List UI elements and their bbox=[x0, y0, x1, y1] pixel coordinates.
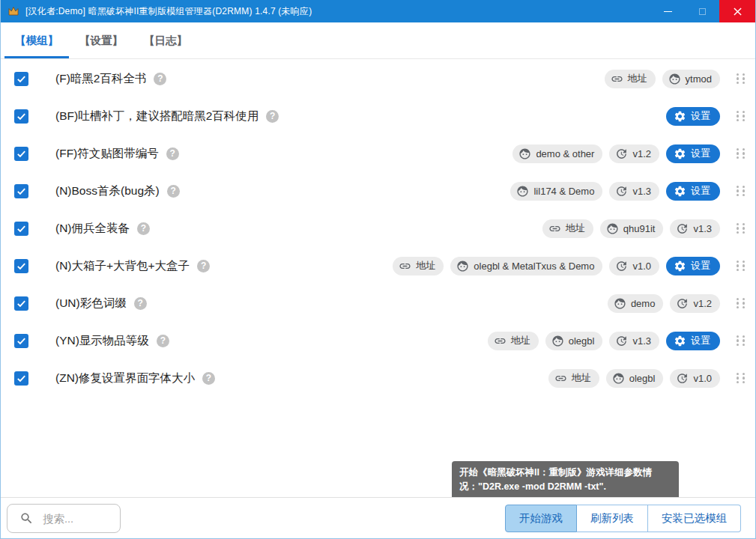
chip-label: olegbl bbox=[629, 373, 656, 384]
install-selected-button[interactable]: 安装已选模组 bbox=[648, 505, 741, 532]
version-chip: v1.2 bbox=[670, 294, 720, 313]
mod-settings-button[interactable]: 设置 bbox=[666, 144, 720, 163]
help-icon[interactable]: ? bbox=[266, 110, 279, 123]
gear-icon bbox=[674, 110, 686, 123]
address-chip[interactable]: 地址 bbox=[393, 257, 444, 275]
mod-checkbox[interactable] bbox=[14, 147, 28, 161]
author-chip: ytmod bbox=[662, 70, 720, 88]
mod-checkbox[interactable] bbox=[14, 222, 28, 236]
chip-label: v1.2 bbox=[632, 148, 651, 159]
tab-settings[interactable]: 【设置】 bbox=[69, 22, 133, 58]
mod-label: (FF)符文贴图带编号 bbox=[55, 146, 159, 162]
mod-row: (BF)吐槽补丁，建议搭配暗黑2百科使用 ? 设置 bbox=[1, 97, 755, 135]
version-icon bbox=[615, 335, 628, 347]
help-icon[interactable]: ? bbox=[134, 297, 147, 310]
link-icon bbox=[548, 222, 561, 235]
gear-icon bbox=[674, 185, 686, 198]
close-button[interactable] bbox=[719, 0, 755, 22]
chip-label: ytmod bbox=[686, 73, 712, 85]
mod-row: (ZN)修复设置界面字体大小 ? 地址olegblv1.0 bbox=[1, 359, 755, 397]
mod-checkbox[interactable] bbox=[14, 109, 28, 124]
mod-checkbox[interactable] bbox=[14, 334, 28, 348]
version-chip: v1.0 bbox=[670, 369, 720, 388]
mod-label: (N)Boss首杀(bug杀) bbox=[55, 183, 160, 199]
drag-handle-icon[interactable] bbox=[734, 186, 748, 197]
drag-handle-icon[interactable] bbox=[734, 261, 748, 272]
mod-checkbox[interactable] bbox=[14, 72, 28, 86]
tab-logs[interactable]: 【日志】 bbox=[133, 22, 198, 58]
mod-row: (N)大箱子+大背包+大盒子 ? 地址olegbl & MetalTxus & … bbox=[1, 247, 755, 284]
start-game-button[interactable]: 开始游戏 bbox=[505, 505, 577, 532]
mod-settings-button[interactable]: 设置 bbox=[666, 257, 720, 275]
help-icon[interactable]: ? bbox=[154, 73, 166, 85]
address-chip[interactable]: 地址 bbox=[605, 70, 656, 88]
version-chip: v1.3 bbox=[609, 182, 659, 201]
chip-label: 地址 bbox=[628, 72, 647, 85]
help-icon[interactable]: ? bbox=[202, 372, 215, 385]
mod-label: (BF)吐槽补丁，建议搭配暗黑2百科使用 bbox=[55, 109, 258, 124]
app-window: [汉化者:Demo] 暗黑破坏神II重制版模组管理器(D2RMM) 1.4.7 … bbox=[0, 0, 756, 539]
mod-settings-button[interactable]: 设置 bbox=[666, 332, 720, 350]
author-icon bbox=[606, 222, 619, 235]
mod-checkbox[interactable] bbox=[14, 371, 28, 386]
drag-handle-icon[interactable] bbox=[734, 148, 748, 159]
mod-checkbox[interactable] bbox=[14, 296, 28, 311]
chip-label: 地址 bbox=[511, 334, 530, 347]
app-icon bbox=[7, 5, 19, 17]
drag-handle-icon[interactable] bbox=[734, 298, 748, 309]
link-icon bbox=[399, 260, 411, 272]
author-icon bbox=[518, 147, 531, 160]
drag-handle-icon[interactable] bbox=[734, 373, 748, 384]
search-input[interactable] bbox=[43, 513, 110, 525]
version-chip: v1.0 bbox=[609, 257, 659, 275]
mod-checkbox[interactable] bbox=[14, 184, 28, 198]
version-icon bbox=[615, 260, 628, 272]
mod-chips: lil174 & Demov1.3设置 bbox=[504, 182, 720, 201]
address-chip[interactable]: 地址 bbox=[542, 219, 593, 238]
author-chip: olegbl bbox=[545, 332, 603, 350]
mod-chips: demov1.2 bbox=[601, 294, 720, 313]
tab-bar: 【模组】 【设置】 【日志】 bbox=[1, 22, 755, 59]
author-icon bbox=[456, 260, 469, 272]
address-chip[interactable]: 地址 bbox=[548, 369, 599, 388]
mod-settings-button[interactable]: 设置 bbox=[666, 107, 720, 126]
tooltip-line1: 开始《暗黑破坏神II：重制版》游戏详细参数情 bbox=[459, 467, 652, 478]
tab-mods[interactable]: 【模组】 bbox=[4, 22, 69, 58]
start-game-tooltip: 开始《暗黑破坏神II：重制版》游戏详细参数情 况："D2R.exe -mod D… bbox=[452, 461, 679, 500]
help-icon[interactable]: ? bbox=[197, 260, 210, 272]
close-icon bbox=[734, 7, 742, 16]
maximize-button[interactable] bbox=[685, 0, 719, 22]
mod-chips: 地址olegblv1.3设置 bbox=[481, 332, 720, 350]
address-chip[interactable]: 地址 bbox=[488, 332, 539, 350]
help-icon[interactable]: ? bbox=[167, 185, 180, 198]
help-icon[interactable]: ? bbox=[166, 147, 179, 160]
version-chip: v1.2 bbox=[609, 144, 659, 163]
drag-handle-icon[interactable] bbox=[734, 223, 748, 234]
mod-chips: 地址olegblv1.0 bbox=[542, 369, 720, 388]
mod-row: (YN)显示物品等级 ? 地址olegblv1.3设置 bbox=[1, 322, 755, 359]
help-icon[interactable]: ? bbox=[157, 335, 169, 347]
mod-settings-button[interactable]: 设置 bbox=[666, 182, 720, 201]
minimize-button[interactable] bbox=[650, 0, 685, 22]
author-chip: olegbl & MetalTxus & Demo bbox=[450, 257, 602, 275]
chip-label: 设置 bbox=[691, 334, 710, 347]
link-icon bbox=[611, 73, 623, 85]
version-icon bbox=[615, 147, 628, 160]
footer-bar: 开始游戏 刷新列表 安装已选模组 bbox=[1, 497, 755, 538]
search-icon bbox=[19, 511, 34, 526]
footer-button-group: 开始游戏 刷新列表 安装已选模组 bbox=[505, 505, 741, 532]
author-icon bbox=[551, 335, 564, 347]
drag-handle-icon[interactable] bbox=[734, 73, 748, 85]
help-icon[interactable]: ? bbox=[137, 222, 150, 235]
mod-checkbox[interactable] bbox=[14, 259, 28, 273]
mod-label: (YN)显示物品等级 bbox=[55, 333, 149, 349]
tooltip-line2: 况："D2R.exe -mod D2RMM -txt". bbox=[459, 481, 606, 492]
mod-chips: demo & otherv1.2设置 bbox=[506, 144, 720, 163]
author-chip: qhu91it bbox=[600, 219, 664, 238]
drag-handle-icon[interactable] bbox=[734, 111, 748, 122]
author-icon bbox=[668, 73, 681, 85]
refresh-list-button[interactable]: 刷新列表 bbox=[577, 505, 648, 532]
drag-handle-icon[interactable] bbox=[734, 335, 748, 347]
link-icon bbox=[494, 335, 506, 347]
chip-label: lil174 & Demo bbox=[533, 186, 594, 197]
